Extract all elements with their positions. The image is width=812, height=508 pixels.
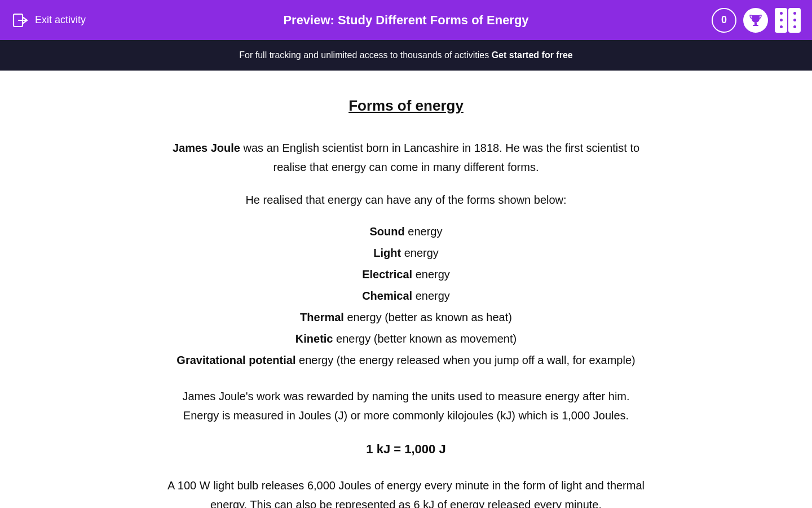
form-gravitational-rest: energy (the energy released when you jum… — [295, 354, 635, 366]
header-title: Preview: Study Different Forms of Energy — [283, 13, 528, 28]
energy-forms-list: Sound energy Light energy Electrical ene… — [164, 221, 648, 371]
form-thermal-rest: energy (better as known as heat) — [344, 311, 512, 323]
form-light-bold: Light — [373, 247, 401, 259]
form-electrical-rest: energy — [412, 268, 450, 281]
list-item: Electrical energy — [164, 264, 648, 285]
banner-text: For full tracking and unlimited access t… — [239, 50, 491, 60]
list-item: Kinetic energy (better known as movement… — [164, 328, 648, 349]
header-right: 0 — [712, 8, 801, 33]
form-electrical-bold: Electrical — [362, 268, 412, 281]
dice-left — [775, 8, 787, 33]
dice-right — [788, 8, 801, 33]
svg-rect-3 — [753, 25, 758, 26]
james-joule-name: James Joule — [173, 142, 240, 154]
list-item: Sound energy — [164, 221, 648, 242]
joule-paragraph: James Joule's work was rewarded by namin… — [164, 387, 648, 425]
promo-banner: For full tracking and unlimited access t… — [0, 40, 812, 71]
banner-cta[interactable]: Get started for free — [492, 50, 573, 60]
form-chemical-rest: energy — [412, 290, 450, 302]
main-content: Forms of energy James Joule was an Engli… — [152, 71, 660, 508]
score-badge: 0 — [712, 8, 736, 33]
form-gravitational-bold: Gravitational potential — [176, 354, 295, 366]
intro-paragraph: James Joule was an English scientist bor… — [164, 138, 648, 177]
exit-icon — [11, 11, 29, 29]
list-item: Chemical energy — [164, 285, 648, 306]
lightbulb-paragraph: A 100 W light bulb releases 6,000 Joules… — [164, 476, 648, 508]
page-title: Forms of energy — [164, 93, 648, 118]
forms-intro-text: He realised that energy can have any of … — [164, 190, 648, 209]
form-thermal-bold: Thermal — [300, 311, 344, 323]
exit-activity-button[interactable]: Exit activity — [11, 11, 86, 29]
form-chemical-bold: Chemical — [362, 290, 412, 302]
form-kinetic-bold: Kinetic — [295, 332, 333, 345]
dice-icon — [775, 8, 801, 33]
header: Exit activity Preview: Study Different F… — [0, 0, 812, 40]
exit-label: Exit activity — [35, 14, 86, 26]
form-sound-rest: energy — [405, 225, 443, 238]
intro-text: was an English scientist born in Lancash… — [240, 142, 639, 173]
trophy-icon[interactable] — [743, 8, 768, 33]
list-item: Light energy — [164, 242, 648, 264]
equation-display: 1 kJ = 1,000 J — [164, 439, 648, 459]
form-sound-bold: Sound — [370, 225, 405, 238]
list-item: Thermal energy (better as known as heat) — [164, 306, 648, 328]
list-item: Gravitational potential energy (the ener… — [164, 349, 648, 371]
form-kinetic-rest: energy (better known as movement) — [333, 332, 517, 345]
svg-rect-2 — [754, 23, 757, 25]
form-light-rest: energy — [401, 247, 439, 259]
